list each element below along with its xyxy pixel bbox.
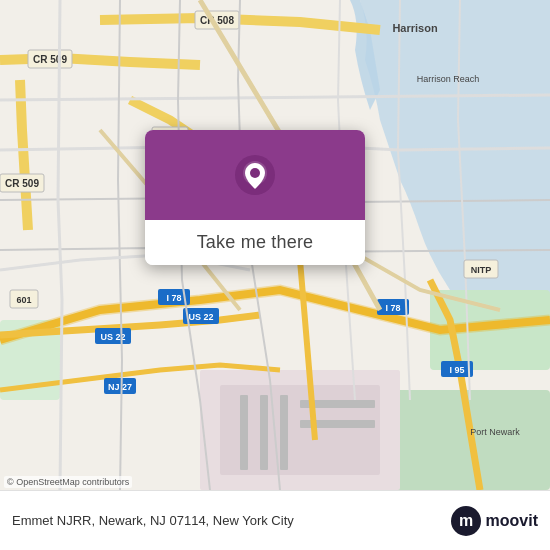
svg-rect-6 [240, 395, 248, 470]
moovit-logo-icon: m [450, 505, 482, 537]
svg-text:NITP: NITP [471, 265, 492, 275]
address-text: Emmet NJRR, Newark, NJ 07114, New York C… [12, 513, 294, 528]
bottom-bar: Emmet NJRR, Newark, NJ 07114, New York C… [0, 490, 550, 550]
svg-text:601: 601 [16, 295, 31, 305]
moovit-brand-text: moovit [486, 512, 538, 530]
svg-point-42 [250, 168, 260, 178]
svg-text:US 22: US 22 [188, 312, 213, 322]
osm-credit: © OpenStreetMap contributors [4, 476, 132, 488]
svg-text:I 95: I 95 [449, 365, 464, 375]
svg-text:I 78: I 78 [385, 303, 400, 313]
svg-text:I 78: I 78 [166, 293, 181, 303]
popup-header [145, 130, 365, 220]
svg-text:m: m [458, 512, 472, 529]
svg-text:CR 509: CR 509 [5, 178, 39, 189]
svg-rect-7 [260, 395, 268, 470]
take-me-there-button[interactable]: Take me there [145, 220, 365, 265]
moovit-logo: m moovit [450, 505, 538, 537]
svg-text:Port Newark: Port Newark [470, 427, 520, 437]
popup-card: Take me there [145, 130, 365, 265]
svg-text:NJ 27: NJ 27 [108, 382, 132, 392]
svg-text:CR 509: CR 509 [33, 54, 67, 65]
svg-text:Harrison: Harrison [392, 22, 438, 34]
svg-text:Harrison Reach: Harrison Reach [417, 74, 480, 84]
location-pin-icon [233, 153, 277, 197]
svg-rect-8 [280, 395, 288, 470]
